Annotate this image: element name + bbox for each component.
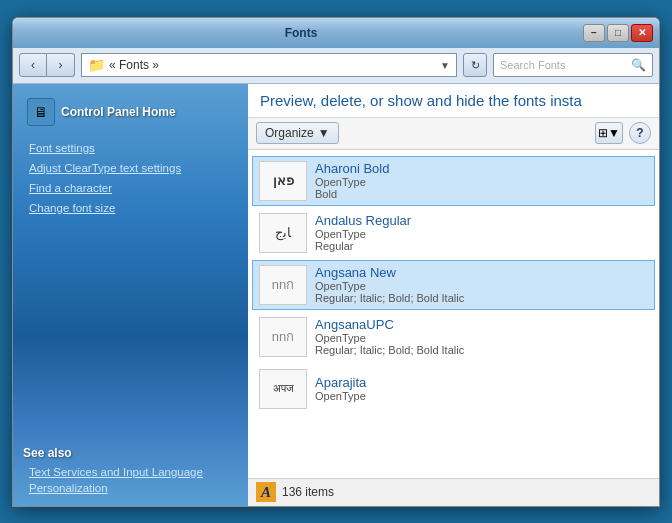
view-arrow-icon: ▼ xyxy=(608,126,620,140)
close-button[interactable]: ✕ xyxy=(631,24,653,42)
font-item-angsanaupc[interactable]: nnก AngsanaUPC OpenType Regular; Italic;… xyxy=(252,312,655,362)
font-item-andalus[interactable]: ﺎﺑﺝ Andalus Regular OpenType Regular xyxy=(252,208,655,258)
folder-icon: 📁 xyxy=(88,57,105,73)
sidebar-link-cleartype[interactable]: Adjust ClearType text settings xyxy=(23,160,238,176)
title-bar-controls: − □ ✕ xyxy=(583,24,653,42)
font-info-aparajita: Aparajita OpenType xyxy=(315,375,648,402)
view-icon: ⊞ xyxy=(598,126,608,140)
font-style-andalus: Regular xyxy=(315,240,648,252)
font-info-angsanaupc: AngsanaUPC OpenType Regular; Italic; Bol… xyxy=(315,317,648,356)
address-path: « Fonts » xyxy=(109,58,436,72)
sidebar-link-font-size[interactable]: Change font size xyxy=(23,200,238,216)
status-bar: A 136 items xyxy=(248,478,659,506)
search-icon: 🔍 xyxy=(631,58,646,72)
font-item-aharoni[interactable]: פאן Aharoni Bold OpenType Bold xyxy=(252,156,655,206)
font-preview-angsana-new: nnก xyxy=(259,265,307,305)
font-type-aparajita: OpenType xyxy=(315,390,648,402)
content-area: 🖥 Control Panel Home Font settings Adjus… xyxy=(13,84,659,506)
font-name-angsanaupc: AngsanaUPC xyxy=(315,317,648,332)
see-also-label: See also xyxy=(23,446,238,460)
main-window: Fonts − □ ✕ ‹ › 📁 « Fonts » ▼ ↻ Search F… xyxy=(12,17,660,507)
status-font-icon: A xyxy=(256,482,276,502)
font-preview-andalus: ﺎﺑﺝ xyxy=(259,213,307,253)
help-button[interactable]: ? xyxy=(629,122,651,144)
window-title: Fonts xyxy=(19,26,583,40)
sidebar-link-font-settings[interactable]: Font settings xyxy=(23,140,238,156)
font-info-andalus: Andalus Regular OpenType Regular xyxy=(315,213,648,252)
title-bar: Fonts − □ ✕ xyxy=(13,18,659,48)
sidebar-home-label: Control Panel Home xyxy=(61,105,176,119)
status-item-count: 136 items xyxy=(282,485,334,499)
font-type-angsana-new: OpenType xyxy=(315,280,648,292)
font-name-andalus: Andalus Regular xyxy=(315,213,648,228)
font-type-aharoni: OpenType xyxy=(315,176,648,188)
sidebar: 🖥 Control Panel Home Font settings Adjus… xyxy=(13,84,248,506)
font-type-angsanaupc: OpenType xyxy=(315,332,648,344)
sidebar-see-also: See also Text Services and Input Languag… xyxy=(23,436,238,496)
font-preview-angsanaupc: nnก xyxy=(259,317,307,357)
font-list[interactable]: פאן Aharoni Bold OpenType Bold ﺎﺑﺝ Andal… xyxy=(248,150,659,478)
panel-header: Preview, delete, or show and hide the fo… xyxy=(248,84,659,118)
toolbar: Organize ▼ ⊞ ▼ ? xyxy=(248,118,659,150)
address-dropdown-icon: ▼ xyxy=(440,60,450,71)
forward-button[interactable]: › xyxy=(47,53,75,77)
font-name-aharoni: Aharoni Bold xyxy=(315,161,648,176)
control-panel-icon: 🖥 xyxy=(27,98,55,126)
view-button[interactable]: ⊞ ▼ xyxy=(595,122,623,144)
font-type-andalus: OpenType xyxy=(315,228,648,240)
font-name-aparajita: Aparajita xyxy=(315,375,648,390)
font-item-angsana-new[interactable]: nnก Angsana New OpenType Regular; Italic… xyxy=(252,260,655,310)
sidebar-link-find-character[interactable]: Find a character xyxy=(23,180,238,196)
sidebar-link-text-services[interactable]: Text Services and Input Language xyxy=(23,464,238,480)
organize-arrow-icon: ▼ xyxy=(318,126,330,140)
search-box[interactable]: Search Fonts 🔍 xyxy=(493,53,653,77)
organize-button[interactable]: Organize ▼ xyxy=(256,122,339,144)
maximize-button[interactable]: □ xyxy=(607,24,629,42)
organize-label: Organize xyxy=(265,126,314,140)
font-preview-aharoni: פאן xyxy=(259,161,307,201)
address-input[interactable]: 📁 « Fonts » ▼ xyxy=(81,53,457,77)
refresh-button[interactable]: ↻ xyxy=(463,53,487,77)
font-style-aharoni: Bold xyxy=(315,188,648,200)
nav-buttons: ‹ › xyxy=(19,53,75,77)
font-item-aparajita[interactable]: अपज Aparajita OpenType xyxy=(252,364,655,414)
font-info-aharoni: Aharoni Bold OpenType Bold xyxy=(315,161,648,200)
sidebar-home[interactable]: 🖥 Control Panel Home xyxy=(23,94,238,130)
address-bar: ‹ › 📁 « Fonts » ▼ ↻ Search Fonts 🔍 xyxy=(13,48,659,84)
sidebar-link-personalization[interactable]: Personalization xyxy=(23,480,238,496)
search-placeholder: Search Fonts xyxy=(500,59,627,71)
font-style-angsana-new: Regular; Italic; Bold; Bold Italic xyxy=(315,292,648,304)
back-button[interactable]: ‹ xyxy=(19,53,47,77)
font-name-angsana-new: Angsana New xyxy=(315,265,648,280)
font-info-angsana-new: Angsana New OpenType Regular; Italic; Bo… xyxy=(315,265,648,304)
minimize-button[interactable]: − xyxy=(583,24,605,42)
font-style-angsanaupc: Regular; Italic; Bold; Bold Italic xyxy=(315,344,648,356)
main-panel: Preview, delete, or show and hide the fo… xyxy=(248,84,659,506)
font-preview-aparajita: अपज xyxy=(259,369,307,409)
